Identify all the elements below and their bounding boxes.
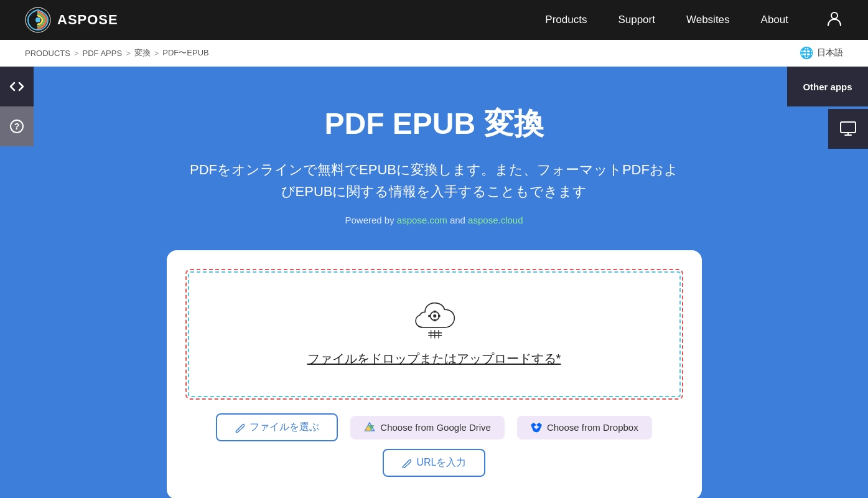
breadcrumb-sep-3: > — [154, 49, 159, 58]
user-icon[interactable] — [826, 9, 843, 31]
upload-container: ファイルをドロップまたはアップロードする* ファイルを選ぶ — [167, 250, 702, 498]
aspose-cloud-link[interactable]: aspose.cloud — [468, 215, 523, 225]
breadcrumb: PRODUCTS > PDF APPS > 変換 > PDF〜EPUB — [25, 47, 209, 59]
hero-description: PDFをオンラインで無料でEPUBに変換します。また、フォーマットPDFおよびE… — [185, 159, 683, 202]
drop-zone-inner: ファイルをドロップまたはアップロードする* — [307, 302, 561, 367]
svg-rect-5 — [841, 122, 856, 133]
choose-file-button[interactable]: ファイルを選ぶ — [216, 413, 338, 441]
dropbox-label: Choose from Dropbox — [547, 422, 638, 433]
url-button-row: URLを入力 — [185, 449, 683, 477]
nav-about[interactable]: About — [761, 14, 788, 26]
svg-text:?: ? — [14, 121, 20, 131]
globe-icon: 🌐 — [800, 46, 813, 60]
breadcrumb-products[interactable]: PRODUCTS — [25, 49, 70, 58]
nav-products[interactable]: Products — [545, 14, 587, 26]
monitor-icon — [839, 120, 857, 138]
url-label: URLを入力 — [416, 456, 466, 469]
svg-rect-12 — [429, 315, 431, 317]
url-link-icon — [401, 458, 411, 468]
help-button[interactable]: ? — [0, 106, 34, 146]
main-content: ? Other apps PDF EPUB 変換 PDFをオンラインで無料でEP… — [0, 67, 868, 498]
dropbox-button[interactable]: Choose from Dropbox — [517, 416, 652, 439]
dropbox-icon — [531, 422, 542, 433]
language-selector[interactable]: 🌐 日本語 — [800, 46, 843, 60]
side-right-buttons: Other apps — [787, 67, 868, 149]
aspose-com-link[interactable]: aspose.com — [397, 215, 447, 225]
language-label: 日本語 — [817, 47, 843, 59]
svg-rect-13 — [438, 315, 441, 317]
breadcrumb-current: PDF〜EPUB — [162, 47, 208, 59]
drop-zone-text: ファイルをドロップまたはアップロードする* — [307, 350, 561, 367]
svg-point-9 — [434, 314, 437, 317]
hero-section: PDF EPUB 変換 PDFをオンラインで無料でEPUBに変換します。また、フ… — [185, 104, 683, 225]
svg-line-29 — [405, 462, 408, 464]
cloud-upload-icon — [412, 302, 455, 339]
breadcrumb-bar: PRODUCTS > PDF APPS > 変換 > PDF〜EPUB 🌐 日本… — [0, 40, 868, 67]
choose-file-label: ファイルを選ぶ — [250, 421, 319, 434]
page-title: PDF EPUB 変換 — [185, 104, 683, 144]
breadcrumb-pdfapps[interactable]: PDF APPS — [83, 49, 123, 58]
question-icon: ? — [9, 119, 24, 134]
upload-buttons-row: ファイルを選ぶ Choose from Google Drive — [185, 413, 683, 441]
breadcrumb-sep-1: > — [74, 49, 79, 58]
svg-rect-11 — [434, 319, 436, 322]
svg-point-2 — [831, 12, 838, 19]
code-toggle-button[interactable] — [0, 67, 34, 106]
and-text: and — [450, 215, 468, 225]
url-input-button[interactable]: URLを入力 — [383, 449, 485, 477]
breadcrumb-sep-2: > — [126, 49, 131, 58]
svg-line-19 — [238, 426, 241, 429]
google-drive-icon — [364, 422, 375, 433]
nav-websites[interactable]: Websites — [686, 14, 730, 26]
powered-by: Powered by aspose.com and aspose.cloud — [185, 215, 683, 225]
monitor-button[interactable] — [828, 109, 868, 149]
navbar: ASPOSE Products Support Websites About — [0, 0, 868, 40]
breadcrumb-convert[interactable]: 変換 — [134, 47, 151, 59]
google-drive-button[interactable]: Choose from Google Drive — [350, 416, 505, 439]
logo-text: ASPOSE — [57, 12, 118, 28]
side-left-buttons: ? — [0, 67, 34, 146]
code-icon — [9, 79, 24, 94]
other-apps-button[interactable]: Other apps — [787, 67, 868, 106]
nav-links: Products Support Websites About — [545, 14, 788, 26]
svg-rect-10 — [434, 311, 436, 313]
drop-zone[interactable]: ファイルをドロップまたはアップロードする* — [185, 269, 683, 400]
link-icon — [235, 423, 245, 433]
svg-point-1 — [35, 17, 40, 22]
logo-link[interactable]: ASPOSE — [25, 7, 118, 33]
nav-support[interactable]: Support — [618, 14, 655, 26]
aspose-logo-icon — [25, 7, 51, 33]
powered-text: Powered by — [345, 215, 396, 225]
google-drive-label: Choose from Google Drive — [380, 422, 491, 433]
